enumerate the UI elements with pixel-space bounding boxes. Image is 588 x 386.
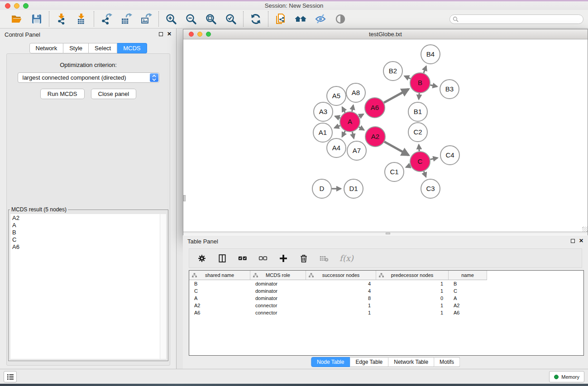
tab-network[interactable]: Network [29, 43, 63, 53]
float-panel-icon[interactable] [159, 32, 163, 36]
node-D[interactable]: D [312, 179, 331, 198]
edge-A-A8[interactable] [352, 105, 354, 111]
export-network-button[interactable] [100, 13, 113, 25]
table-settings-button[interactable] [197, 253, 207, 263]
node-C[interactable]: C [410, 152, 430, 172]
table-row[interactable]: Cdominator41C [189, 287, 583, 295]
float-table-panel-icon[interactable] [571, 239, 575, 243]
close-table-panel-icon[interactable]: ✕ [579, 238, 583, 243]
node-C4[interactable]: C4 [440, 146, 459, 165]
deselect-all-rows-button[interactable] [258, 253, 268, 263]
table-row[interactable]: Adominator80A [189, 295, 583, 302]
edge-B-B1[interactable] [419, 93, 419, 99]
node-A3[interactable]: A3 [314, 102, 333, 121]
column-header-successor-nodes[interactable]: successor nodes [306, 271, 376, 280]
column-header-MCDS-role[interactable]: MCDS role [250, 271, 306, 280]
delete-column-button[interactable] [299, 253, 309, 263]
show-all-networks-button[interactable] [294, 13, 307, 25]
node-A2[interactable]: A2 [365, 127, 385, 147]
export-image-button[interactable] [140, 13, 153, 25]
zoom-selected-button[interactable] [225, 13, 237, 25]
edge-C-C1[interactable] [406, 166, 411, 167]
node-C3[interactable]: C3 [421, 179, 440, 198]
zoom-fit-button[interactable] [205, 13, 217, 25]
node-A6[interactable]: A6 [365, 98, 385, 118]
select-all-rows-button[interactable] [238, 253, 248, 263]
edge-C-C3[interactable] [424, 171, 426, 176]
node-A7[interactable]: A7 [347, 141, 366, 160]
criterion-select[interactable]: largest connected component (directed) [18, 72, 159, 83]
tab-mcds[interactable]: MCDS [117, 43, 147, 53]
node-A1[interactable]: A1 [313, 123, 332, 142]
node-C2[interactable]: C2 [408, 123, 427, 142]
save-session-button[interactable] [30, 13, 43, 25]
edge-A-A5[interactable] [342, 107, 345, 113]
search-input[interactable] [449, 14, 583, 24]
edge-B-B2[interactable] [405, 76, 411, 79]
zoom-out-button[interactable] [185, 13, 197, 25]
result-item[interactable]: A [12, 222, 166, 229]
resize-grip-icon[interactable] [582, 227, 588, 232]
tab-network-table[interactable]: Network Table [388, 357, 434, 367]
network-graph[interactable]: B4B2BB3A8A5A6A3B1AC2A1A2A4A7C4CC1C3DD1 [183, 39, 588, 232]
delete-table-button[interactable] [319, 253, 329, 263]
edge-B-B3[interactable] [430, 85, 437, 86]
network-window-titlebar[interactable]: testGlobe.txt [183, 29, 588, 39]
node-A[interactable]: A [340, 112, 360, 132]
result-item[interactable]: C [12, 236, 166, 243]
zoom-in-button[interactable] [165, 13, 177, 25]
network-canvas[interactable]: B4B2BB3A8A5A6A3B1AC2A1A2A4A7C4CC1C3DD1 [183, 39, 588, 232]
run-mcds-button[interactable]: Run MCDS [40, 89, 85, 99]
node-A5[interactable]: A5 [327, 86, 346, 105]
edge-A6-B[interactable] [384, 89, 408, 103]
horizontal-scroll-thumb[interactable] [386, 233, 390, 234]
result-item[interactable]: B [12, 229, 166, 236]
table-row[interactable]: A2connector11A2 [189, 302, 583, 309]
import-network-button[interactable] [55, 13, 68, 25]
close-panel-button[interactable]: Close panel [91, 89, 137, 99]
refresh-view-button[interactable] [249, 13, 262, 25]
node-B2[interactable]: B2 [383, 62, 402, 81]
show-hidden-button[interactable] [334, 13, 347, 25]
column-layout-button[interactable] [217, 253, 227, 263]
panel-menu-button[interactable] [4, 371, 17, 382]
node-B1[interactable]: B1 [408, 102, 427, 121]
open-file-button[interactable] [10, 13, 23, 25]
tab-edge-table[interactable]: Edge Table [350, 357, 388, 367]
node-A8[interactable]: A8 [346, 83, 365, 102]
edge-A-A2[interactable] [359, 127, 364, 130]
column-header-shared-name[interactable]: shared name [189, 271, 250, 280]
edge-A2-C[interactable] [384, 142, 409, 155]
edge-C-C4[interactable] [430, 158, 437, 159]
edge-A-A3[interactable] [335, 116, 340, 118]
export-table-button[interactable] [120, 13, 133, 25]
horizontal-scrollbar[interactable] [183, 232, 588, 235]
vertical-scroll-thumb[interactable] [183, 195, 186, 201]
node-C1[interactable]: C1 [385, 162, 404, 181]
column-header-predecessor-nodes[interactable]: predecessor nodes [376, 271, 449, 280]
edge-A-A4[interactable] [342, 131, 345, 137]
tab-node-table[interactable]: Node Table [311, 357, 350, 367]
node-A4[interactable]: A4 [327, 138, 346, 157]
close-panel-icon[interactable]: ✕ [167, 31, 172, 37]
table-row[interactable]: Bdominator41B [189, 280, 583, 287]
node-D1[interactable]: D1 [344, 179, 363, 198]
node-B4[interactable]: B4 [421, 45, 440, 64]
edge-C-C2[interactable] [419, 145, 419, 151]
result-scrollbar[interactable] [160, 214, 166, 359]
import-table-button[interactable] [75, 13, 88, 25]
result-item[interactable]: A6 [12, 243, 166, 251]
result-item[interactable]: A2 [12, 214, 166, 222]
edge-A-A6[interactable] [359, 114, 363, 116]
tab-select[interactable]: Select [89, 43, 117, 53]
hide-selected-button[interactable] [314, 13, 327, 25]
column-header-name[interactable]: name [449, 271, 487, 280]
edge-A-A1[interactable] [335, 126, 340, 128]
edge-B-B4[interactable] [424, 66, 426, 73]
table-row[interactable]: A6connector11A6 [189, 309, 583, 316]
tab-style[interactable]: Style [63, 43, 89, 53]
function-builder-button[interactable]: f(x) [339, 253, 354, 263]
node-B3[interactable]: B3 [440, 80, 459, 99]
node-B[interactable]: B [410, 73, 430, 93]
tab-motifs[interactable]: Motifs [434, 357, 460, 367]
